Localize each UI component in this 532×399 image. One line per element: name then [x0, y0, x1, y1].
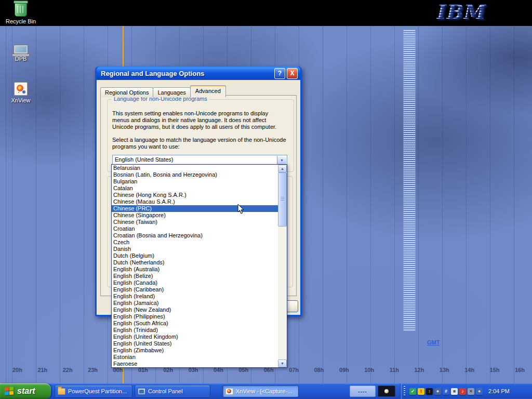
language-option[interactable]: English (Philippines)	[112, 313, 278, 320]
combobox-dropdown-button[interactable]: ▼	[277, 156, 286, 164]
system-tray: ✓!↕●#■♪×● 2:04 PM	[400, 383, 532, 399]
help-button[interactable]: ?	[274, 68, 285, 79]
language-option[interactable]: English (Caribbean)	[112, 286, 278, 293]
taskband-icon	[384, 389, 389, 393]
taskbar-button[interactable]: XnView - [<Capture-...	[222, 385, 299, 397]
language-option[interactable]: English (Australia)	[112, 266, 278, 273]
language-option[interactable]: Faeroese	[112, 361, 278, 367]
timezone-label: 20h	[12, 367, 22, 373]
recycle-bin-icon	[15, 2, 27, 17]
taskbar-button-label: XnView - [<Capture-...	[236, 388, 295, 394]
icon-label: Recycle Bin	[4, 18, 37, 24]
language-option[interactable]: Chinese (Taiwan)	[112, 219, 278, 225]
timezone-label: 13h	[440, 367, 449, 373]
language-option[interactable]: Chinese (Singapore)	[112, 212, 278, 219]
control-panel-icon	[138, 388, 145, 395]
network-icon[interactable]: #	[443, 388, 449, 395]
language-option[interactable]: English (Jamaica)	[112, 300, 278, 307]
language-option[interactable]: English (United Kingdom)	[112, 334, 278, 340]
dropdown-scrollbar[interactable]: ▲ ▼	[278, 165, 287, 367]
timezone-label: 14h	[464, 367, 474, 373]
language-option[interactable]: English (Ireland)	[112, 293, 278, 300]
language-option[interactable]: English (South Africa)	[112, 320, 278, 327]
deskband-label: ----	[358, 389, 367, 394]
language-option[interactable]: Catalan	[112, 185, 278, 192]
language-option[interactable]: Czech	[112, 239, 278, 246]
language-list: BelarusianBosnian (Latin, Bosnia and Her…	[112, 165, 278, 367]
dialog-titlebar[interactable]: Regional and Language Options ? X	[97, 66, 300, 80]
top-banner: Recycle Bin IBM	[0, 0, 532, 26]
timezone-label: 12h	[414, 367, 424, 373]
language-option[interactable]: Bosnian (Latin, Bosnia and Herzegovina)	[112, 171, 278, 178]
taskbar-clock[interactable]: 2:04 PM	[488, 388, 516, 394]
language-option[interactable]: Chinese (Macau S.A.R.)	[112, 198, 278, 205]
language-option[interactable]: Dutch (Netherlands)	[112, 259, 278, 266]
timezone-label: 08h	[314, 367, 324, 373]
taskbar-deskband[interactable]: ----	[350, 385, 376, 397]
taskbar-button[interactable]: Control Panel	[135, 385, 210, 397]
timezone-label: 16h	[515, 367, 525, 373]
scroll-down-icon: ▼	[281, 362, 284, 365]
timezone-label: 23h	[88, 367, 98, 373]
chevron-down-icon: ▼	[280, 158, 284, 162]
language-option[interactable]: English (Canada)	[112, 280, 278, 286]
language-option[interactable]: Croatian	[112, 225, 278, 232]
language-option[interactable]: Chinese (PRC)	[112, 205, 278, 212]
close-button[interactable]: X	[287, 68, 298, 79]
mouse-cursor	[237, 204, 245, 215]
timezone-label: 07h	[289, 367, 299, 373]
language-option[interactable]: Danish	[112, 246, 278, 252]
tab-advanced[interactable]: Advanced	[190, 85, 226, 97]
timezone-label: 09h	[339, 367, 349, 373]
language-dropdown: BelarusianBosnian (Latin, Bosnia and Her…	[111, 164, 287, 368]
ibm-logo: IBM	[434, 0, 489, 23]
date-line-hatch	[404, 30, 415, 330]
gmt-label: GMT	[427, 339, 440, 345]
language-option[interactable]: Croatian (Bosnia and Herzegovina)	[112, 232, 278, 239]
scroll-down-button[interactable]: ▼	[278, 360, 287, 367]
taskbar-button[interactable]: PowerQuest Partition...	[55, 385, 132, 397]
timezone-label: 22h	[63, 367, 73, 373]
tab-regional-options[interactable]: Regional Options	[100, 87, 153, 97]
removable-device-icon[interactable]: ✓	[409, 388, 416, 395]
language-combobox[interactable]: English (United States) ▼	[112, 155, 287, 165]
taskbar-button-label: Control Panel	[148, 388, 186, 394]
scheduler-icon[interactable]: ×	[468, 388, 474, 395]
language-option[interactable]: English (Belize)	[112, 273, 278, 280]
non-unicode-language-group: Language for non-Unicode programs This s…	[107, 99, 294, 172]
language-option[interactable]: English (Zimbabwe)	[112, 347, 278, 354]
icon-label: XnView	[4, 97, 37, 103]
tab-languages[interactable]: Languages	[153, 87, 190, 97]
language-option[interactable]: Bulgarian	[112, 178, 278, 185]
volume-muted-icon[interactable]: ♪	[459, 388, 466, 395]
xnview-icon	[225, 388, 233, 395]
timezone-label: 15h	[490, 367, 500, 373]
partition-monitor-icon[interactable]: ■	[451, 388, 458, 395]
combobox-value: English (United States)	[115, 156, 174, 163]
language-option[interactable]: Estonian	[112, 354, 278, 361]
timezone-label: 21h	[37, 367, 47, 373]
language-option[interactable]: Belarusian	[112, 165, 278, 171]
desktop-icon-dpb[interactable]: DPB	[4, 45, 37, 62]
time-sync-icon[interactable]: ●	[476, 388, 483, 395]
desktop-icon-recycle-bin[interactable]: Recycle Bin	[4, 2, 37, 24]
language-option[interactable]: English (United States)	[112, 340, 278, 347]
scrollbar-thumb[interactable]	[278, 172, 287, 227]
language-option[interactable]: English (Trinidad)	[112, 327, 278, 334]
taskbar-dark-segment[interactable]	[378, 385, 395, 397]
timezone-label: 11h	[390, 367, 399, 373]
timezone-label: 10h	[364, 367, 374, 373]
tray-grip-handle[interactable]	[404, 386, 405, 396]
desktop-icon-xnview[interactable]: XnView	[4, 82, 37, 103]
language-option[interactable]: Chinese (Hong Kong S.A.R.)	[112, 192, 278, 198]
language-option[interactable]: Dutch (Belgium)	[112, 252, 278, 259]
scroll-up-button[interactable]: ▲	[278, 165, 287, 172]
dialog-title: Regional and Language Options	[101, 70, 273, 77]
windows-update-icon[interactable]: ↕	[426, 388, 433, 395]
display-settings-icon[interactable]: ●	[434, 388, 441, 395]
security-center-icon[interactable]: !	[418, 388, 424, 395]
language-option[interactable]: English (New Zealand)	[112, 307, 278, 313]
instruction-text: Select a language to match the language …	[112, 137, 289, 150]
desktop-screen: GMT 20h21h22h23h00h01h02h03h04h05h06h07h…	[0, 0, 532, 399]
laptop-icon	[14, 45, 28, 54]
